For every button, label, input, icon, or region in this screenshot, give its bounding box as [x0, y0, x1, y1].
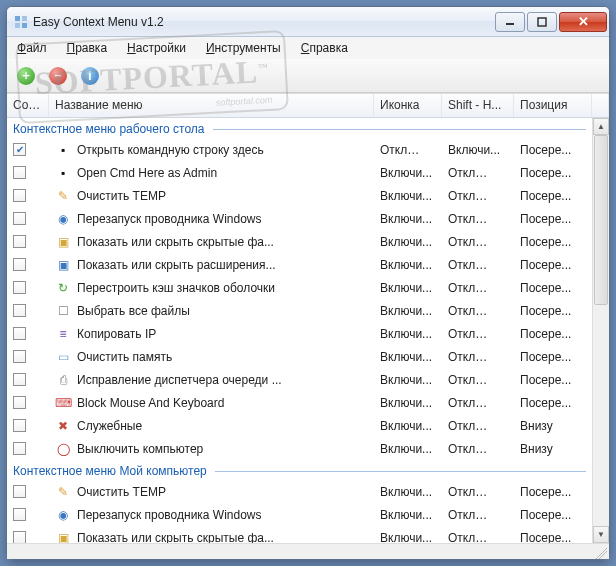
- close-button[interactable]: ✕: [559, 12, 607, 32]
- column-header-state[interactable]: Сос...: [7, 94, 49, 117]
- checkbox[interactable]: [13, 281, 26, 294]
- toolbar-remove-button[interactable]: －: [45, 63, 71, 89]
- cell-position: Посере...: [514, 373, 592, 387]
- folder-eye-icon: ▣: [55, 234, 71, 250]
- checkbox[interactable]: [13, 419, 26, 432]
- list-item[interactable]: ✖СлужебныеВключи...Откл…Внизу: [7, 414, 592, 437]
- list-item[interactable]: ✎Очистить TEMPВключи...Откл…Посере...: [7, 184, 592, 207]
- checkbox[interactable]: [13, 508, 26, 521]
- item-label: Исправление диспетчера очереди ...: [77, 373, 282, 387]
- printer-fix-icon: ⎙: [55, 372, 71, 388]
- checkbox[interactable]: [13, 373, 26, 386]
- scroll-thumb[interactable]: [594, 135, 608, 305]
- menu-инструменты[interactable]: Инструменты: [200, 39, 287, 57]
- globe-icon: ◉: [55, 211, 71, 227]
- cell-icon-state: Включи...: [374, 485, 442, 499]
- item-label: Показать или скрыть расширения...: [77, 258, 276, 272]
- maximize-button[interactable]: [527, 12, 557, 32]
- item-label: Очистить память: [77, 350, 172, 364]
- checkbox[interactable]: [13, 442, 26, 455]
- minus-icon: －: [49, 67, 67, 85]
- cell-icon-state: Включи...: [374, 350, 442, 364]
- cell-shift-state: Откл…: [442, 531, 514, 544]
- minimize-button[interactable]: [495, 12, 525, 32]
- toolbar-add-button[interactable]: ＋: [13, 63, 39, 89]
- item-label: Очистить TEMP: [77, 189, 166, 203]
- list-item[interactable]: ☐Выбрать все файлыВключи...Откл…Посере..…: [7, 299, 592, 322]
- group-header[interactable]: Контекстное меню Мой компьютер: [7, 460, 592, 480]
- checkbox[interactable]: [13, 485, 26, 498]
- column-header-shift[interactable]: Shift - Н...: [442, 94, 514, 117]
- vertical-scrollbar[interactable]: ▲ ▼: [592, 118, 609, 543]
- checkbox[interactable]: ✔: [13, 143, 26, 156]
- checkbox[interactable]: [13, 166, 26, 179]
- cell-icon-state: Откл…: [374, 143, 442, 157]
- cell-shift-state: Включи...: [442, 143, 514, 157]
- checkbox[interactable]: [13, 258, 26, 271]
- cell-shift-state: Откл…: [442, 419, 514, 433]
- menu-файл[interactable]: Файл: [11, 39, 53, 57]
- app-window: Easy Context Menu v1.2 ✕ ФайлПравкаНастр…: [6, 6, 610, 560]
- checkbox[interactable]: [13, 327, 26, 340]
- list-item[interactable]: ⎙Исправление диспетчера очереди ...Включ…: [7, 368, 592, 391]
- titlebar[interactable]: Easy Context Menu v1.2 ✕: [7, 7, 609, 37]
- window-title: Easy Context Menu v1.2: [33, 15, 164, 29]
- tools-icon: ✖: [55, 418, 71, 434]
- list-item[interactable]: ≡Копировать IPВключи...Откл…Посере...: [7, 322, 592, 345]
- item-label: Показать или скрыть скрытые фа...: [77, 235, 274, 249]
- list-item[interactable]: ▣Показать или скрыть скрытые фа...Включи…: [7, 526, 592, 543]
- cell-shift-state: Откл…: [442, 508, 514, 522]
- cell-position: Посере...: [514, 258, 592, 272]
- svg-rect-5: [538, 18, 546, 26]
- item-list[interactable]: Контекстное меню рабочего стола✔▪Открыть…: [7, 118, 592, 543]
- list-item[interactable]: ▣Показать или скрыть расширения...Включи…: [7, 253, 592, 276]
- scroll-down-button[interactable]: ▼: [593, 526, 609, 543]
- cell-icon-state: Включи...: [374, 531, 442, 544]
- cell-icon-state: Включи...: [374, 419, 442, 433]
- list-item[interactable]: ▣Показать или скрыть скрытые фа...Включи…: [7, 230, 592, 253]
- cell-icon-state: Включи...: [374, 189, 442, 203]
- block-input-icon: ⌨: [55, 395, 71, 411]
- status-bar: [7, 543, 609, 559]
- column-header-position[interactable]: Позиция: [514, 94, 592, 117]
- list-item[interactable]: ◉Перезапуск проводника WindowsВключи...О…: [7, 503, 592, 526]
- checkbox[interactable]: [13, 531, 26, 543]
- cell-icon-state: Включи...: [374, 235, 442, 249]
- item-label: Выключить компьютер: [77, 442, 203, 456]
- cell-shift-state: Откл…: [442, 212, 514, 226]
- cell-shift-state: Откл…: [442, 189, 514, 203]
- list-item[interactable]: ◯Выключить компьютерВключи...Откл…Внизу: [7, 437, 592, 460]
- plus-icon: ＋: [17, 67, 35, 85]
- cell-icon-state: Включи...: [374, 258, 442, 272]
- checkbox[interactable]: [13, 304, 26, 317]
- toolbar: ＋ － i: [7, 59, 609, 93]
- checkbox[interactable]: [13, 212, 26, 225]
- menu-справка[interactable]: Справка: [295, 39, 354, 57]
- group-header[interactable]: Контекстное меню рабочего стола: [7, 118, 592, 138]
- cell-icon-state: Включи...: [374, 304, 442, 318]
- menu-настройки[interactable]: Настройки: [121, 39, 192, 57]
- cell-position: Внизу: [514, 419, 592, 433]
- list-item[interactable]: ✔▪Открыть командную строку здесьОткл…Вкл…: [7, 138, 592, 161]
- cell-icon-state: Включи...: [374, 373, 442, 387]
- list-item[interactable]: ⌨Block Mouse And KeyboardВключи...Откл…П…: [7, 391, 592, 414]
- item-label: Показать или скрыть скрытые фа...: [77, 531, 274, 544]
- column-header-name[interactable]: Название меню: [49, 94, 374, 117]
- list-item[interactable]: ✎Очистить TEMPВключи...Откл…Посере...: [7, 480, 592, 503]
- checkbox[interactable]: [13, 350, 26, 363]
- checkbox[interactable]: [13, 235, 26, 248]
- checkbox[interactable]: [13, 189, 26, 202]
- list-item[interactable]: ▭Очистить памятьВключи...Откл…Посере...: [7, 345, 592, 368]
- checkbox[interactable]: [13, 396, 26, 409]
- resize-grip-icon[interactable]: [593, 545, 607, 559]
- toolbar-info-button[interactable]: i: [77, 63, 103, 89]
- column-header-icon[interactable]: Иконка: [374, 94, 442, 117]
- globe-icon: ◉: [55, 507, 71, 523]
- svg-rect-0: [15, 16, 20, 21]
- list-item[interactable]: ↻Перестроить кэш значков оболочкиВключи.…: [7, 276, 592, 299]
- list-item[interactable]: ▪Open Cmd Here as AdminВключи...Откл…Пос…: [7, 161, 592, 184]
- list-item[interactable]: ◉Перезапуск проводника WindowsВключи...О…: [7, 207, 592, 230]
- scroll-up-button[interactable]: ▲: [593, 118, 609, 135]
- menubar: ФайлПравкаНастройкиИнструментыСправка: [7, 37, 609, 59]
- menu-правка[interactable]: Правка: [61, 39, 114, 57]
